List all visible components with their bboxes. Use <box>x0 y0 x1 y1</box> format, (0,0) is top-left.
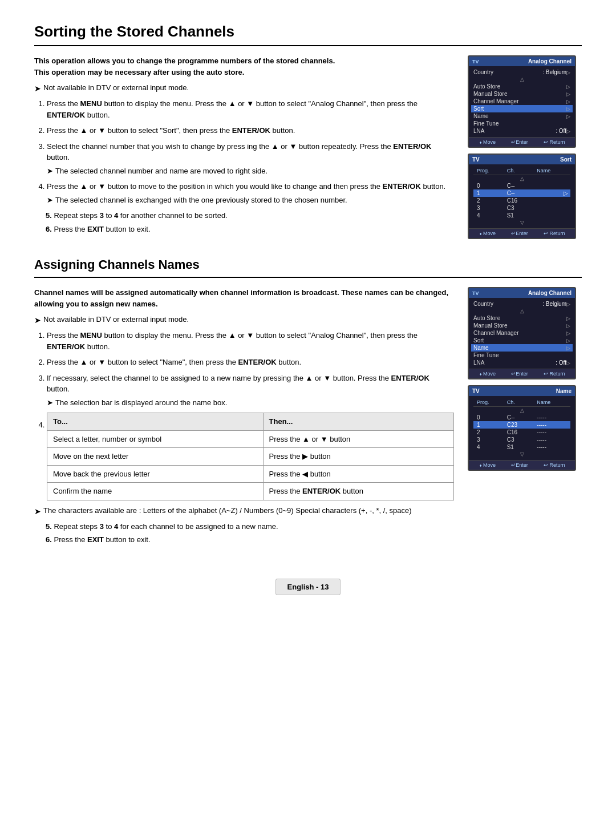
sorting-step1: Press the MENU button to display the men… <box>47 98 454 120</box>
tv-sort-row-4: 4 S1 <box>473 212 570 219</box>
tv-screen3-footer: ⬧ Move ↵Enter ↩ Return <box>469 369 575 378</box>
tv-screen-name: TV Name Prog. Ch. Name △ 0 C-- ----- 1 C… <box>468 385 576 471</box>
tv-screen-analog-channel-sort: TV Analog Channel Country : Belgium ▷ △ … <box>468 55 576 148</box>
tv-row-channelmanager2: Channel Manager ▷ <box>473 329 570 337</box>
tv-row-country: Country : Belgium ▷ <box>473 300 570 308</box>
arrow-icon: ➤ <box>47 165 53 177</box>
tv-row-finetune2: Fine Tune <box>473 352 570 359</box>
assigning-step1: Press the MENU button to display the men… <box>47 330 454 352</box>
tv-screen2-header: TV Sort <box>469 155 575 164</box>
tv-screen2-body: Prog. Ch. Name △ 0 C-- 1 C-- ▷ 2 <box>469 164 575 228</box>
sorting-sidebar: TV Analog Channel Country : Belgium ▷ △ … <box>468 55 582 239</box>
tv-screen-sort: TV Sort Prog. Ch. Name △ 0 C-- 1 C-- <box>468 154 576 239</box>
assign-table: To... Then... Select a letter, number or… <box>47 413 454 500</box>
tv-row-sort2: Sort ▷ <box>473 337 570 344</box>
assigning-note1: ➤ Not available in DTV or external input… <box>34 314 454 326</box>
tv-row-sort-highlighted: Sort ▷ <box>471 105 573 112</box>
tv-screen1-header: TV Analog Channel <box>469 56 575 66</box>
sorting-step3: Select the channel number that you wish … <box>47 141 454 177</box>
tv-row-lna: LNA : Off ▷ <box>473 127 570 135</box>
tv-row-manualstore2: Manual Store ▷ <box>473 322 570 329</box>
tv-row-name-highlighted: Name ▷ <box>471 344 573 352</box>
tv-screen1-title: Analog Channel <box>528 58 572 64</box>
tv-row-autostore: Auto Store ▷ <box>473 83 570 90</box>
tv-label: TV <box>472 290 479 296</box>
assigning-sidebar: TV Analog Channel Country : Belgium ▷ △ … <box>468 287 582 548</box>
table-row: Move on the next letter Press the ▶ butt… <box>47 448 454 466</box>
tv-screen3-body: Country : Belgium ▷ △ Auto Store ▷ Manua… <box>469 298 575 369</box>
tv-screen1-footer: ⬧ Move ↵Enter ↩ Return <box>469 137 575 147</box>
tv-screen4-footer: ⬧ Move ↵Enter ↩ Return <box>469 460 575 470</box>
tv-sort-row-3: 3 C3 <box>473 204 570 212</box>
tv-name-row-4: 4 S1 ----- <box>473 443 570 451</box>
tv-row-name: Name ▷ <box>473 112 570 120</box>
tv-name-row-1-active: 1 C23 ----- <box>473 421 570 429</box>
tv-row-lna2: LNA : Off ▷ <box>473 359 570 366</box>
tv-row-autostore2: Auto Store ▷ <box>473 314 570 322</box>
sorting-step5: 5. Repeat steps 3 to 4 for another chann… <box>46 210 454 221</box>
tv-screen2-footer: ⬧ Move ↵Enter ↩ Return <box>469 228 575 238</box>
table-row: Select a letter, number or symbol Press … <box>47 430 454 448</box>
tv-sort-row-1-active: 1 C-- ▷ <box>473 189 570 197</box>
tv-screen-analog-channel-name: TV Analog Channel Country : Belgium ▷ △ … <box>468 287 576 379</box>
arrow-icon: ➤ <box>47 397 53 409</box>
tv-sort-row-2: 2 C16 <box>473 197 570 204</box>
assigning-content: Channel names will be assigned automatic… <box>34 287 454 548</box>
table-row: Move back the previous letter Press the … <box>47 465 454 483</box>
assigning-step3: If necessary, select the channel to be a… <box>47 373 454 409</box>
assigning-extra-steps: 5. Repeat steps 3 to 4 for each channel … <box>34 521 454 546</box>
tv-row-channelmanager: Channel Manager ▷ <box>473 98 570 105</box>
tv-screen3-title: Analog Channel <box>528 290 572 296</box>
assigning-step4: To... Then... Select a letter, number or… <box>47 413 454 500</box>
sorting-intro2: This operation may be necessary after us… <box>34 68 244 76</box>
section2-title: Assigning Channels Names <box>34 257 582 278</box>
arrow-icon: ➤ <box>34 83 41 95</box>
tv-label: TV <box>472 59 479 64</box>
assigning-step5: 5. Repeat steps 3 to 4 for each channel … <box>46 521 454 532</box>
tv-screen4-header: TV Name <box>469 386 575 396</box>
sorting-step4: Press the ▲ or ▼ button to move to the p… <box>47 181 454 205</box>
sorting-step6: 6. Press the EXIT button to exit. <box>46 224 454 235</box>
tv-row-country: Country : Belgium ▷ <box>473 68 570 76</box>
tv-table-header: Prog. Ch. Name <box>473 167 570 175</box>
table-row: Confirm the name Press the ENTER/OK butt… <box>47 483 454 500</box>
tv-sort-row-0: 0 C-- <box>473 182 570 189</box>
assigning-intro: Channel names will be assigned automatic… <box>34 287 454 309</box>
tv-name-row-2: 2 C16 ----- <box>473 429 570 436</box>
sorting-note1: ➤ Not available in DTV or external input… <box>34 82 454 95</box>
arrow-icon: ➤ <box>47 195 53 206</box>
page-footer-container: English - 13 <box>34 562 582 595</box>
sorting-extra-steps: 5. Repeat steps 3 to 4 for another chann… <box>34 210 454 235</box>
arrow-icon: ➤ <box>34 314 41 326</box>
tv-name-row-0: 0 C-- ----- <box>473 414 570 421</box>
sorting-steps: Press the MENU button to display the men… <box>34 98 454 205</box>
sorting-content: This operation allows you to change the … <box>34 55 454 239</box>
section1-title: Sorting the Stored Channels <box>34 23 582 46</box>
assigning-step2: Press the ▲ or ▼ button to select "Name"… <box>47 357 454 368</box>
arrow-icon: ➤ <box>34 506 41 518</box>
sorting-intro1: This operation allows you to change the … <box>34 55 454 78</box>
chars-note: ➤ The characters available are : Letters… <box>34 505 454 518</box>
assigning-steps: Press the MENU button to display the men… <box>34 330 454 500</box>
tv-screen1-body: Country : Belgium ▷ △ Auto Store ▷ Manua… <box>469 66 575 137</box>
table-col-to: To... <box>47 413 264 431</box>
sorting-step2: Press the ▲ or ▼ button to select "Sort"… <box>47 125 454 136</box>
table-col-then: Then... <box>263 413 453 431</box>
tv-name-row-3: 3 C3 ----- <box>473 436 570 443</box>
tv-screen3-header: TV Analog Channel <box>469 288 575 298</box>
tv-row-manualstore: Manual Store ▷ <box>473 90 570 98</box>
page-footer: English - 13 <box>275 579 341 595</box>
tv-row-finetune: Fine Tune <box>473 120 570 127</box>
assigning-step6: 6. Press the EXIT button to exit. <box>46 534 454 546</box>
tv-name-table-header: Prog. Ch. Name <box>473 398 570 407</box>
tv-screen4-body: Prog. Ch. Name △ 0 C-- ----- 1 C23 -----… <box>469 396 575 460</box>
